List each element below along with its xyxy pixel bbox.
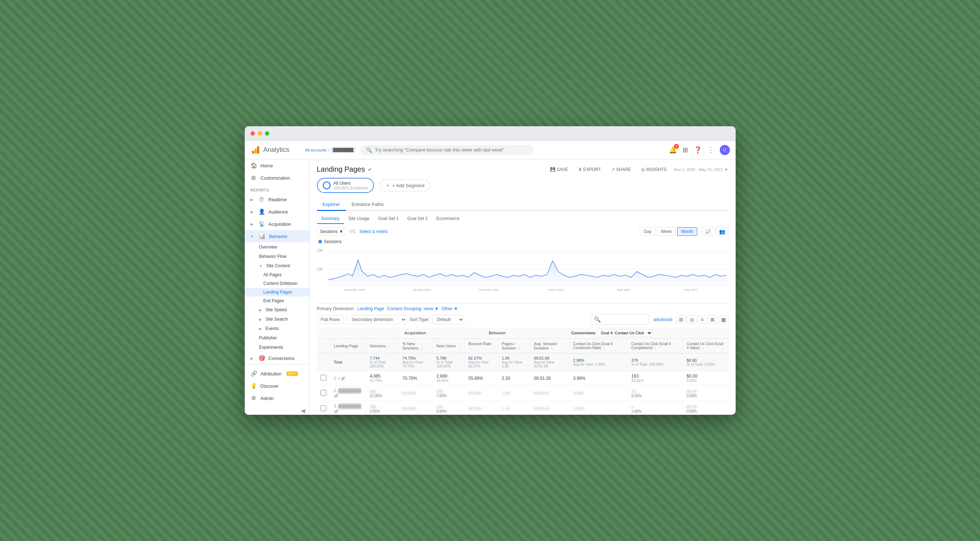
row-value: $0.00 0.00% bbox=[683, 371, 728, 386]
breadcrumb: All accounts › ████████ bbox=[305, 147, 356, 152]
sub-tab-summary[interactable]: Summary bbox=[317, 214, 344, 224]
goal-selector[interactable]: Goal 4: Contact Us Click bbox=[597, 329, 652, 336]
sidebar-item-behavior[interactable]: ▼ 📊 Behavior bbox=[245, 230, 309, 243]
sidebar-item-all-pages[interactable]: All Pages bbox=[245, 271, 309, 279]
sidebar-item-admin[interactable]: ⚙ Admin bbox=[245, 392, 309, 404]
discover-label: Discover bbox=[261, 383, 279, 389]
sidebar-item-audience[interactable]: ▶ 👤 Audience bbox=[245, 206, 309, 218]
user-avatar[interactable]: U bbox=[720, 145, 730, 155]
sidebar-sub-item-experiments[interactable]: Experiments bbox=[245, 343, 309, 352]
sidebar-collapse-button[interactable]: ◀ bbox=[245, 404, 309, 415]
all-accounts-link[interactable]: All accounts bbox=[305, 148, 327, 152]
conversions-selector: Conversions Goal 4: Contact Us Click bbox=[571, 329, 726, 336]
page-link[interactable]: / bbox=[339, 376, 340, 381]
value-header[interactable]: Contact Us Click (Goal 4 Value) ↕ bbox=[683, 339, 728, 354]
sidebar-item-attribution[interactable]: 🔗 Attribution BETA bbox=[245, 368, 309, 380]
insights-button[interactable]: ◎ INSIGHTS bbox=[638, 165, 670, 173]
browser-close[interactable] bbox=[250, 131, 255, 136]
sub-tab-goal-set-1[interactable]: Goal Set 1 bbox=[374, 214, 403, 224]
notifications-button[interactable]: 🔔 2 bbox=[669, 146, 677, 154]
time-btn-week[interactable]: Week bbox=[657, 227, 676, 236]
sidebar-sub-item-events[interactable]: ▶ Events bbox=[245, 324, 309, 333]
date-range-selector[interactable]: Nov 1, 2020 - May 31, 2021 ▼ bbox=[674, 167, 729, 172]
sidebar-sub-item-site-speed[interactable]: ▶ Site Speed bbox=[245, 305, 309, 314]
verified-badge: ✔ bbox=[368, 167, 372, 172]
content-grouping-link[interactable]: Content Grouping: none ▼ bbox=[387, 306, 439, 311]
conv-rate-header[interactable]: Contact Us Click (Goal 4 Conversion Rate… bbox=[569, 339, 627, 354]
metric-selector[interactable]: Sessions ▼ bbox=[317, 228, 347, 235]
tab-entrance-paths[interactable]: Entrance Paths bbox=[346, 199, 390, 211]
sidebar-item-content-drilldown[interactable]: Content Drilldown bbox=[245, 279, 309, 288]
row-num-page: 1. / 🔗 bbox=[330, 371, 366, 386]
sidebar-item-landing-pages[interactable]: Landing Pages bbox=[245, 288, 309, 297]
sidebar-item-acquisition[interactable]: ▶ 📡 Acquisition bbox=[245, 218, 309, 230]
new-users-header[interactable]: New Users ↕ bbox=[433, 339, 465, 354]
time-btn-day[interactable]: Day bbox=[640, 227, 655, 236]
other-dropdown[interactable]: Other ▼ bbox=[442, 306, 458, 311]
all-users-segment[interactable]: All Users 100.00% Entrances bbox=[317, 178, 374, 193]
publisher-label: Publisher bbox=[259, 335, 277, 341]
browser-minimize[interactable] bbox=[258, 131, 262, 136]
sidebar-sub-item-behavior-flow[interactable]: Behavior Flow bbox=[245, 252, 309, 261]
save-button[interactable]: 💾 SAVE bbox=[547, 165, 571, 173]
date-range-text: Nov 1, 2020 - May 31, 2021 bbox=[674, 167, 723, 172]
funnel-view-button[interactable]: ▦ bbox=[719, 316, 729, 324]
sub-tab-goal-set-2[interactable]: Goal Set 2 bbox=[403, 214, 432, 224]
sub-tab-ecommerce[interactable]: Ecommerce bbox=[432, 214, 464, 224]
sort-type-dropdown[interactable]: Default bbox=[432, 315, 464, 324]
share-button[interactable]: ↗ SHARE bbox=[608, 165, 634, 173]
sidebar-item-customization[interactable]: ⊞ Customization bbox=[245, 172, 309, 184]
link-icon[interactable]: 🔗 bbox=[334, 409, 338, 413]
sidebar-sub-item-site-content[interactable]: ▼ Site Content bbox=[245, 261, 309, 271]
browser-maximize[interactable] bbox=[265, 131, 269, 136]
help-button[interactable]: ❓ bbox=[694, 146, 702, 154]
flat-rows-button[interactable]: Flat Rows bbox=[317, 315, 344, 324]
table-search-box[interactable]: 🔍 bbox=[590, 314, 649, 325]
sidebar-sub-item-site-search[interactable]: ▶ Site Search bbox=[245, 314, 309, 324]
link-icon[interactable]: 🔗 bbox=[334, 394, 338, 398]
search-input[interactable] bbox=[375, 147, 528, 152]
sub-tab-site-usage[interactable]: Site Usage bbox=[344, 214, 374, 224]
line-chart-button[interactable]: 📈 bbox=[702, 227, 714, 236]
pivot-view-button[interactable]: ⊠ bbox=[708, 316, 717, 324]
link-icon[interactable]: 🔗 bbox=[341, 376, 345, 381]
add-segment-button[interactable]: ＋ + Add Segment bbox=[380, 179, 430, 192]
table-search-input[interactable] bbox=[603, 317, 646, 322]
search-bar[interactable]: 🔍 bbox=[360, 145, 533, 155]
bar-chart-button[interactable]: 👥 bbox=[716, 227, 729, 236]
list-view-button[interactable]: ≡ bbox=[698, 316, 706, 324]
row-checkbox-cell[interactable] bbox=[317, 371, 330, 386]
row-value: $0.00 0.00% bbox=[683, 401, 728, 415]
secondary-dimension-dropdown[interactable]: Secondary dimension bbox=[347, 315, 407, 324]
top-nav-actions: 🔔 2 ⊞ ❓ ⋮ U bbox=[669, 145, 730, 155]
row-checkbox-cell[interactable] bbox=[317, 401, 330, 415]
new-sessions-header[interactable]: % New Sessions ↕ bbox=[398, 339, 433, 354]
sidebar-item-exit-pages[interactable]: Exit Pages bbox=[245, 297, 309, 305]
sidebar-sub-item-publisher[interactable]: Publisher bbox=[245, 333, 309, 343]
row-bounce-rate: 60.00% bbox=[465, 386, 498, 401]
more-button[interactable]: ⋮ bbox=[708, 146, 714, 154]
bounce-rate-header[interactable]: Bounce Rate ↕ bbox=[465, 339, 498, 354]
sessions-header[interactable]: Sessions ↓ bbox=[366, 339, 399, 354]
sidebar-sub-item-overview[interactable]: Overview bbox=[245, 243, 309, 252]
insights-icon: ◎ bbox=[641, 167, 645, 172]
export-button[interactable]: ⬇ EXPORT bbox=[575, 165, 604, 173]
landing-page-header[interactable]: Landing Page ↕ bbox=[330, 339, 366, 354]
sidebar-item-home[interactable]: 🏠 Home bbox=[245, 159, 309, 172]
avg-duration-header[interactable]: Avg. Session Duration ↕ bbox=[530, 339, 570, 354]
landing-page-dim-link[interactable]: Landing Page bbox=[357, 306, 384, 311]
sidebar-item-conversions[interactable]: ▶ 🎯 Conversions bbox=[245, 352, 309, 364]
advanced-link[interactable]: advanced bbox=[653, 317, 672, 322]
sidebar-item-discover[interactable]: 💡 Discover bbox=[245, 380, 309, 392]
chart-type-buttons: 📈 👥 bbox=[702, 227, 729, 236]
circle-view-button[interactable]: ◎ bbox=[687, 316, 697, 324]
row-checkbox-cell[interactable] bbox=[317, 386, 330, 401]
pages-session-header[interactable]: Pages / Session ↕ bbox=[498, 339, 530, 354]
tab-explorer[interactable]: Explorer bbox=[317, 199, 346, 211]
sidebar-item-realtime[interactable]: ▶ ⏱ Realtime bbox=[245, 194, 309, 206]
grid-view-button[interactable]: ⊞ bbox=[676, 316, 686, 324]
apps-button[interactable]: ⊞ bbox=[682, 146, 688, 154]
time-btn-month[interactable]: Month bbox=[677, 227, 697, 236]
completions-header[interactable]: Contact Us Click (Goal 4 Completions) ↕ bbox=[628, 339, 683, 354]
select-metric-link[interactable]: Select a metric bbox=[359, 229, 388, 234]
